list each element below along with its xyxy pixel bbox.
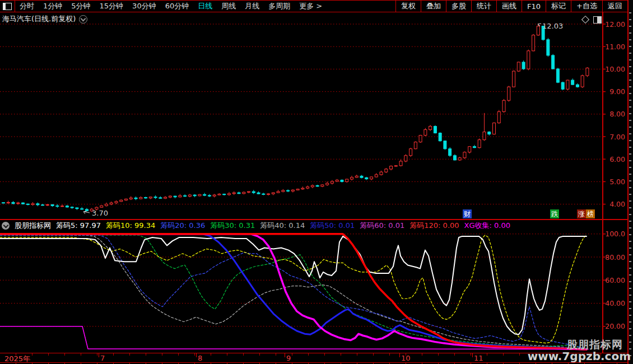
- indicator-axis-label: 40.00: [605, 299, 625, 307]
- price-gridlines-layer: [0, 24, 601, 204]
- period-tab-daily[interactable]: 日线: [193, 1, 217, 11]
- period-tab-weekly[interactable]: 周线: [217, 1, 240, 11]
- rise-badge[interactable]: 涨: [577, 209, 586, 218]
- price-axis-labels: 12.0011.0010.009.008.007.006.005.004.00: [602, 20, 625, 209]
- month-label: 11: [474, 354, 483, 362]
- price-axis-label: 7.00: [609, 133, 625, 141]
- series-筹码5: [0, 236, 587, 334]
- main-chart-svg[interactable]: 12.0011.0010.009.008.007.006.005.004.003…: [0, 12, 627, 220]
- price-annotation-label: 12.03: [542, 22, 563, 30]
- add-watchlist-button[interactable]: +自选: [571, 1, 602, 12]
- back-button[interactable]: 返回: [602, 1, 627, 12]
- collapse-indicator-icon[interactable]: [2, 222, 10, 230]
- price-annotation-label: 3.70: [92, 209, 108, 217]
- month-label: 8: [198, 354, 202, 362]
- period-tab-fenshi[interactable]: 分时: [15, 1, 39, 11]
- series-筹码20: [0, 235, 587, 349]
- month-tick: [285, 353, 285, 357]
- period-tab-monthly[interactable]: 月线: [240, 1, 264, 11]
- price-axis-label: 9.00: [609, 87, 625, 96]
- overlay-button[interactable]: 叠加: [421, 1, 446, 12]
- f10-button[interactable]: F10: [522, 1, 546, 12]
- indicator-axis-labels: 100.080.0060.0040.0020.00: [602, 231, 625, 330]
- watermark-site-name: 股朋指标网: [528, 339, 631, 351]
- indicator-site-name: 股朋指标网: [15, 221, 51, 231]
- right-scroll-strip[interactable]: [627, 0, 633, 364]
- period-tab-1min[interactable]: 1分钟: [39, 1, 67, 11]
- period-tab-30min[interactable]: 30分钟: [128, 1, 161, 11]
- period-tab-15min[interactable]: 15分钟: [95, 1, 128, 11]
- month-label: 9: [286, 354, 291, 362]
- indicator-value-xg: XG收集: 0.00: [464, 221, 510, 231]
- indicator-header: 股朋指标网 筹码5: 97.97 筹码10: 99.34 筹码20: 0.36 …: [0, 221, 627, 231]
- price-axis-label: 4.00: [609, 200, 625, 208]
- price-annotations: 3.7012.03: [83, 22, 563, 217]
- period-tab-multi[interactable]: 多周期: [264, 1, 295, 11]
- date-minor-ticks: [0, 353, 602, 356]
- axis-border-line: [602, 12, 603, 363]
- price-axis-label: 10.00: [605, 65, 625, 73]
- month-tick: [99, 353, 99, 357]
- period-tab-5min[interactable]: 5分钟: [67, 1, 95, 11]
- draw-line-button[interactable]: 画线: [496, 1, 522, 12]
- month-label: 7: [100, 354, 105, 362]
- month-tick: [196, 353, 197, 357]
- layout-icon: [3, 3, 12, 10]
- period-tab-60min[interactable]: 60分钟: [161, 1, 194, 11]
- period-toolbar: 分时 1分钟 5分钟 15分钟 30分钟 60分钟 日线 周线 月线 多周期 更…: [0, 0, 627, 12]
- indicator-axis-label: 60.00: [605, 276, 625, 284]
- multi-stock-button[interactable]: 多股: [446, 1, 471, 12]
- indicator-value-chip120: 筹码120: 0.00: [409, 221, 459, 231]
- indicator-value-chip40: 筹码40: 0.14: [260, 221, 305, 231]
- series-筹码50: [0, 234, 587, 349]
- action-toolbar: 复权 叠加 多股 统计 画线 F10 标记 +自选 返回: [395, 1, 627, 12]
- indicator-axis-label: 100.0: [605, 231, 625, 238]
- watermark-url: www.7gpzb.com: [528, 351, 631, 362]
- indicator-gridlines-layer: [0, 234, 601, 326]
- indicator-value-chip50: 筹码50: 0.01: [310, 221, 355, 231]
- series-筹码30: [0, 235, 587, 349]
- period-tab-more[interactable]: 更多 >: [295, 1, 327, 11]
- statistics-button[interactable]: 统计: [471, 1, 496, 12]
- indicator-axis-label: 80.00: [605, 253, 625, 262]
- chevron-down-icon[interactable]: [79, 15, 87, 24]
- indicator-value-chip30: 筹码30: 0.31: [210, 221, 255, 231]
- price-axis-label: 5.00: [609, 178, 625, 186]
- indicator-axis-label: 20.00: [605, 322, 625, 330]
- series-筹码120: [0, 234, 587, 349]
- list-badge[interactable]: 榜: [586, 209, 595, 218]
- indicator-value-chip5: 筹码5: 97.97: [56, 221, 101, 231]
- price-axis-label: 11.00: [605, 43, 625, 51]
- adjust-price-button[interactable]: 复权: [395, 1, 421, 12]
- price-axis-label: 6.00: [609, 155, 625, 164]
- financial-report-badge[interactable]: 财: [463, 209, 472, 218]
- month-label: 10: [401, 354, 411, 362]
- month-tick: [472, 353, 473, 357]
- series-筹码60: [0, 234, 587, 349]
- indicator-series-layer: [0, 234, 588, 349]
- price-axis-label: 8.00: [609, 110, 625, 118]
- fall-badge[interactable]: 跌: [550, 209, 559, 218]
- stock-title-row: 海马汽车(日线.前复权): [2, 14, 87, 24]
- month-tick: [399, 353, 400, 357]
- indicator-value-chip60: 筹码60: 0.01: [360, 221, 404, 231]
- indicator-value-chip10: 筹码10: 99.34: [106, 221, 155, 231]
- series-筹码40: [0, 235, 587, 349]
- stock-title: 海马汽车(日线.前复权): [2, 14, 76, 24]
- indicator-chart-svg[interactable]: 100.080.0060.0040.0020.00: [0, 231, 627, 353]
- scroll-ruler-ticks: [629, 12, 631, 357]
- trading-app-window: 分时 1分钟 5分钟 15分钟 30分钟 60分钟 日线 周线 月线 多周期 更…: [0, 0, 633, 364]
- series-筹码10: [0, 235, 587, 343]
- split-window-icon[interactable]: [593, 16, 602, 24]
- price-axis-label: 12.00: [605, 20, 625, 29]
- layout-toggle-button[interactable]: [0, 1, 15, 12]
- candles-layer: [2, 24, 589, 212]
- watermark: 股朋指标网 www.7gpzb.com: [528, 339, 631, 362]
- panel-divider: [0, 219, 627, 220]
- indicator-value-chip20: 筹码20: 0.36: [160, 221, 205, 231]
- mark-button[interactable]: 标记: [546, 1, 571, 12]
